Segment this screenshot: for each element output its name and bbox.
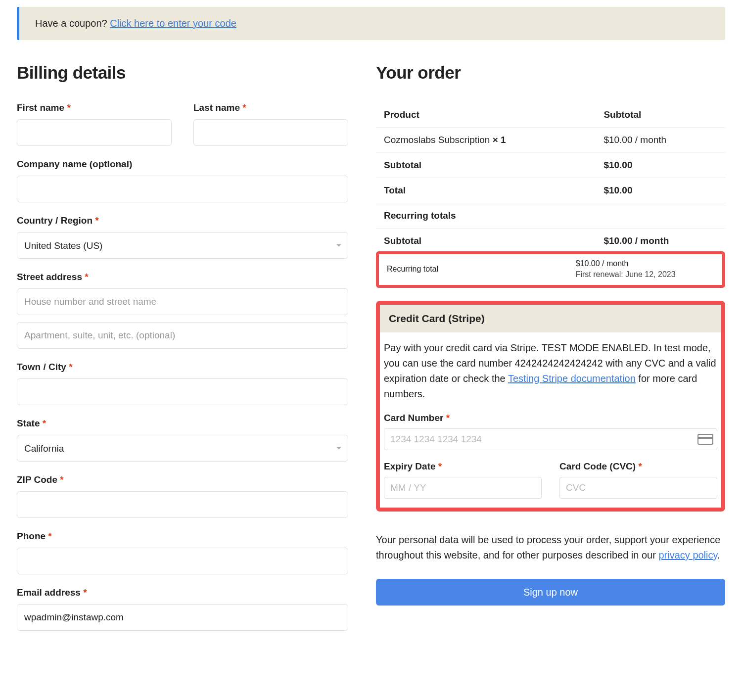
last-name-input[interactable]: [193, 119, 348, 146]
cvc-label: Card Code (CVC) *: [559, 461, 717, 472]
sign-up-button[interactable]: Sign up now: [376, 579, 725, 606]
recurring-total-highlight: Recurring total $10.00 / month First ren…: [376, 251, 725, 288]
coupon-link[interactable]: Click here to enter your code: [110, 18, 236, 29]
credit-card-icon: [697, 434, 713, 445]
expiry-input[interactable]: [384, 477, 542, 499]
state-label: State *: [17, 418, 348, 429]
email-label: Email address *: [17, 587, 348, 598]
city-label: Town / City *: [17, 362, 348, 373]
col-subtotal: Subtotal: [596, 102, 725, 128]
billing-details-heading: Billing details: [17, 63, 348, 83]
phone-input[interactable]: [17, 548, 348, 574]
company-label: Company name (optional): [17, 159, 348, 170]
payment-method-highlight: Credit Card (Stripe) Pay with your credi…: [376, 301, 725, 512]
city-input[interactable]: [17, 378, 348, 405]
country-label: Country / Region *: [17, 215, 348, 226]
street-address-2-input[interactable]: [17, 322, 348, 349]
your-order-heading: Your order: [376, 63, 725, 83]
testing-stripe-link[interactable]: Testing Stripe documentation: [508, 373, 636, 384]
coupon-prompt: Have a coupon?: [35, 18, 110, 29]
privacy-notice: Your personal data will be used to proce…: [376, 532, 725, 563]
order-line-item: Cozmoslabs Subscription × 1 $10.00 / mon…: [376, 128, 725, 153]
coupon-notice: Have a coupon? Click here to enter your …: [17, 7, 725, 40]
country-select[interactable]: United States (US): [17, 232, 348, 259]
card-number-label: Card Number *: [384, 413, 717, 423]
payment-description: Pay with your credit card via Stripe. TE…: [380, 332, 721, 402]
expiry-label: Expiry Date *: [384, 461, 542, 472]
first-name-label: First name *: [17, 102, 172, 113]
phone-label: Phone *: [17, 531, 348, 542]
cvc-input[interactable]: [559, 477, 717, 499]
zip-input[interactable]: [17, 491, 348, 518]
card-number-input[interactable]: [384, 428, 717, 450]
email-input[interactable]: [17, 604, 348, 631]
col-product: Product: [376, 102, 596, 128]
payment-method-header: Credit Card (Stripe): [380, 305, 721, 332]
last-name-label: Last name *: [193, 102, 348, 113]
state-select[interactable]: California: [17, 435, 348, 462]
first-name-input[interactable]: [17, 119, 172, 146]
street-address-1-input[interactable]: [17, 288, 348, 315]
street-label: Street address *: [17, 272, 348, 282]
zip-label: ZIP Code *: [17, 474, 348, 485]
order-summary-table: Product Subtotal Cozmoslabs Subscription…: [376, 102, 725, 253]
company-input[interactable]: [17, 176, 348, 202]
privacy-policy-link[interactable]: privacy policy: [658, 550, 717, 560]
